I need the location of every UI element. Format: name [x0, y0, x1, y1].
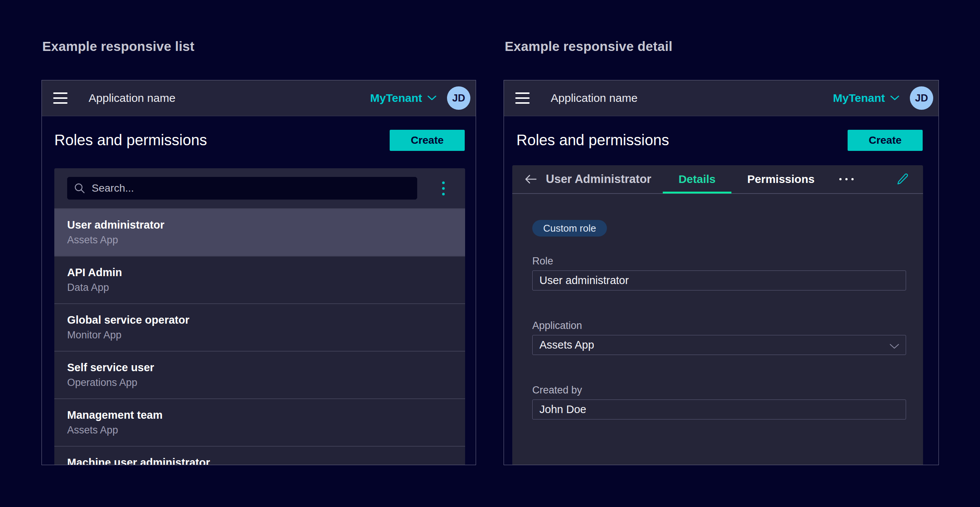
role-list-item[interactable]: Self service user Operations App — [54, 351, 465, 398]
search-field — [67, 177, 417, 200]
more-options-icon[interactable] — [836, 175, 857, 183]
section-title-detail: Example responsive detail — [505, 39, 673, 54]
role-list-item[interactable]: API Admin Data App — [54, 256, 465, 303]
search-row — [54, 168, 465, 208]
chevron-down-icon — [889, 344, 899, 350]
roles-list-card: User administrator Assets App API Admin … — [54, 168, 465, 465]
custom-role-badge: Custom role — [532, 220, 607, 237]
app-name: Application name — [551, 92, 638, 105]
avatar[interactable]: JD — [910, 86, 933, 110]
pencil-icon — [895, 172, 910, 186]
back-button[interactable] — [525, 174, 537, 184]
tab-permissions[interactable]: Permissions — [732, 165, 830, 194]
tenant-selector[interactable]: MyTenant — [833, 92, 899, 105]
header-right: MyTenant JD — [833, 86, 933, 110]
chevron-down-icon — [890, 95, 899, 101]
role-name: Self service user — [67, 361, 452, 374]
section-title-list: Example responsive list — [42, 39, 194, 54]
menu-icon[interactable] — [53, 92, 67, 104]
application-select-value: Assets App — [532, 335, 906, 355]
app-header: Application name MyTenant JD — [504, 80, 939, 116]
search-icon — [74, 183, 85, 194]
search-input[interactable] — [67, 177, 417, 200]
role-list-item[interactable]: Management team Assets App — [54, 398, 465, 446]
tenant-selector[interactable]: MyTenant — [370, 92, 436, 105]
chevron-down-icon — [427, 95, 436, 101]
page-title: Roles and permissions — [516, 132, 669, 149]
role-name: Machine user administrator — [67, 456, 452, 465]
app-name: Application name — [89, 92, 175, 105]
field-label-role: Role — [532, 255, 906, 267]
role-list-item[interactable]: Global service operator Monitor App — [54, 303, 465, 351]
application-select[interactable]: Assets App — [532, 335, 906, 355]
role-list-item[interactable]: Machine user administrator — [54, 446, 465, 465]
role-app: Monitor App — [67, 329, 452, 341]
tab-details[interactable]: Details — [663, 165, 732, 194]
role-app: Assets App — [67, 234, 452, 246]
role-app: Data App — [67, 282, 452, 294]
menu-icon[interactable] — [515, 92, 530, 104]
role-app: Assets App — [67, 424, 452, 436]
edit-button[interactable] — [895, 172, 910, 186]
role-app: Operations App — [67, 377, 452, 389]
role-name: API Admin — [67, 266, 452, 279]
created-by-input[interactable] — [532, 399, 906, 420]
header-right: MyTenant JD — [370, 86, 470, 110]
responsive-list-panel: Application name MyTenant JD Roles and p… — [41, 80, 476, 465]
page-title: Roles and permissions — [54, 132, 207, 149]
role-list-item[interactable]: User administrator Assets App — [54, 208, 465, 256]
kebab-menu-icon[interactable] — [440, 179, 447, 198]
tenant-name: MyTenant — [833, 92, 885, 105]
role-input[interactable] — [532, 270, 906, 291]
role-name: Management team — [67, 409, 452, 421]
tab-bar: Details Permissions — [663, 165, 830, 194]
arrow-left-icon — [525, 174, 537, 184]
detail-toolbar: User Administrator Details Permissions — [512, 165, 923, 194]
detail-title: User Administrator — [546, 172, 651, 186]
role-name: User administrator — [67, 219, 452, 231]
field-label-created-by: Created by — [532, 385, 906, 396]
role-detail-card: User Administrator Details Permissions C… — [512, 165, 923, 465]
avatar[interactable]: JD — [447, 86, 470, 110]
tenant-name: MyTenant — [370, 92, 422, 105]
field-label-application: Application — [532, 320, 906, 332]
app-header: Application name MyTenant JD — [42, 80, 476, 116]
detail-form: Custom role Role Application Assets App … — [512, 194, 923, 420]
create-button[interactable]: Create — [390, 130, 465, 151]
responsive-detail-panel: Application name MyTenant JD Roles and p… — [504, 80, 939, 465]
role-name: Global service operator — [67, 314, 452, 326]
create-button[interactable]: Create — [848, 130, 923, 151]
